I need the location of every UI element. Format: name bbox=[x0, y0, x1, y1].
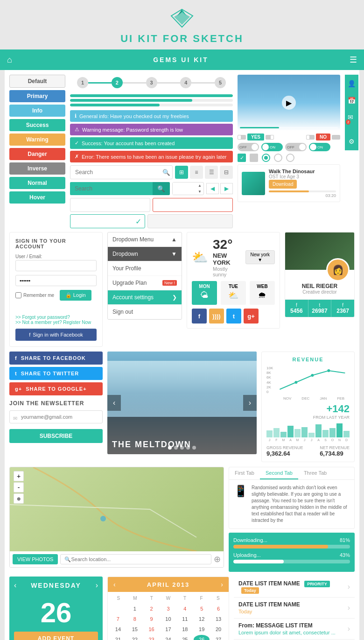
cal-day-27[interactable]: 27 bbox=[210, 635, 226, 640]
no-button[interactable]: NO bbox=[306, 134, 340, 141]
social-gplus[interactable]: g+ bbox=[244, 309, 259, 324]
social-rss[interactable]: )))) bbox=[209, 309, 224, 324]
user-input[interactable] bbox=[15, 260, 97, 271]
calendar-icon[interactable]: 📅 bbox=[345, 94, 358, 107]
cal-day-17[interactable]: 17 bbox=[161, 625, 176, 634]
cal-day-11[interactable]: 11 bbox=[177, 614, 193, 624]
dot-5[interactable] bbox=[192, 446, 196, 450]
share-twitter[interactable]: t SHARE TO TWITTER bbox=[9, 367, 103, 380]
cal-next[interactable]: › bbox=[96, 581, 98, 590]
cal-day-13[interactable]: 13 bbox=[210, 614, 226, 624]
register-link[interactable]: >> Not a member yet? Register Now bbox=[15, 320, 91, 325]
btn-primary[interactable]: Primary bbox=[9, 90, 65, 102]
settings-icon[interactable]: ⚙ bbox=[346, 135, 357, 148]
dropdown-item-3[interactable]: Upgrade Plan New ! bbox=[108, 276, 182, 290]
password-input[interactable] bbox=[15, 275, 97, 286]
btn-danger[interactable]: Danger bbox=[9, 148, 65, 160]
dot-1[interactable] bbox=[168, 446, 172, 450]
cal-day-23[interactable]: 23 bbox=[144, 635, 160, 640]
btn-success[interactable]: Success bbox=[9, 119, 65, 131]
video-player[interactable]: ▶ bbox=[238, 75, 340, 131]
dot-3[interactable] bbox=[180, 446, 184, 450]
dropdown-item-4[interactable]: Account settings ❯ bbox=[108, 290, 182, 305]
radio-checked[interactable] bbox=[262, 154, 270, 162]
cal-day-9[interactable]: 9 bbox=[144, 614, 160, 624]
btn-normal[interactable]: Normal bbox=[9, 177, 65, 189]
cal-day-21[interactable]: 21 bbox=[110, 635, 126, 640]
dot-4[interactable] bbox=[186, 446, 190, 450]
compact-view[interactable]: ⊟ bbox=[220, 166, 233, 179]
cal-day-2[interactable]: 2 bbox=[144, 604, 160, 613]
cal-day-8[interactable]: 8 bbox=[127, 614, 143, 624]
cal-day-22[interactable]: 22 bbox=[127, 635, 143, 640]
month-prev[interactable]: ‹ bbox=[113, 581, 116, 588]
toggle-on-1[interactable]: ON bbox=[261, 143, 283, 151]
cal-day-24[interactable]: 24 bbox=[161, 635, 176, 640]
btn-hover[interactable]: Hover bbox=[9, 191, 65, 204]
dropdown-item-2[interactable]: Your Profile bbox=[108, 261, 182, 276]
radio-unchecked2[interactable] bbox=[286, 154, 294, 162]
toggle-off-2[interactable]: OFF bbox=[285, 143, 307, 151]
slider-prev[interactable]: ‹ bbox=[107, 395, 121, 411]
cal-day-16[interactable]: 16 bbox=[144, 625, 160, 634]
slider-next[interactable]: › bbox=[243, 395, 257, 411]
cal-day-3[interactable]: 3 bbox=[161, 604, 176, 613]
cal-day-26[interactable]: 26 bbox=[194, 635, 210, 640]
menu-icon[interactable]: ☰ bbox=[350, 55, 357, 65]
btn-default[interactable]: Default bbox=[9, 75, 65, 88]
view-photos-btn[interactable]: VIEW PHOTOS bbox=[13, 554, 58, 564]
mail-icon[interactable]: ✉2 bbox=[345, 111, 358, 131]
next-arrow[interactable]: ▶ bbox=[220, 183, 233, 194]
list-item-1[interactable]: DATE LIST ITEM NAME PRIORITY Today › bbox=[234, 577, 355, 598]
number-up[interactable]: ▲ bbox=[196, 183, 203, 189]
share-googleplus[interactable]: g+ SHARE TO GOOGLE+ bbox=[9, 382, 103, 395]
tab-three[interactable]: Three Tab bbox=[298, 467, 332, 479]
cal-day-4[interactable]: 4 bbox=[177, 604, 193, 613]
success-input[interactable]: Success bbox=[70, 214, 145, 228]
month-next[interactable]: › bbox=[221, 581, 223, 588]
cal-day-12[interactable]: 12 bbox=[194, 614, 210, 624]
share-facebook[interactable]: f SHARE TO FACEBOOK bbox=[9, 352, 103, 365]
btn-inverse[interactable]: Inverse bbox=[9, 162, 65, 175]
cal-prev[interactable]: ‹ bbox=[14, 581, 16, 590]
detail-view[interactable]: ☰ bbox=[205, 166, 218, 179]
tab-first[interactable]: First Tab bbox=[229, 467, 260, 479]
remember-checkbox[interactable] bbox=[15, 292, 21, 298]
cal-day-7[interactable]: 7 bbox=[110, 614, 126, 624]
login-button[interactable]: 🔒 Login bbox=[60, 290, 91, 301]
cal-day-10[interactable]: 10 bbox=[161, 614, 176, 624]
grid-view[interactable]: ⊞ bbox=[175, 166, 188, 179]
newsletter-input[interactable] bbox=[9, 410, 103, 423]
dropdown-item-1[interactable]: Dropdown ▼ bbox=[108, 247, 182, 261]
cal-day-6[interactable]: 6 bbox=[210, 604, 226, 613]
yes-button[interactable]: YES bbox=[238, 134, 274, 141]
cal-day-15[interactable]: 15 bbox=[127, 625, 143, 634]
search-btn-teal[interactable]: 🔍 bbox=[153, 182, 170, 195]
inactive-input[interactable]: Inactive bbox=[70, 198, 150, 212]
btn-warning[interactable]: Warning bbox=[9, 134, 65, 146]
prev-arrow[interactable]: ◀ bbox=[206, 183, 219, 194]
cal-day-18[interactable]: 18 bbox=[177, 625, 193, 634]
list-view[interactable]: ≡ bbox=[190, 166, 203, 179]
cal-day-25[interactable]: 25 bbox=[177, 635, 193, 640]
forgot-link[interactable]: >> Forgot your password? bbox=[15, 315, 70, 320]
cal-day-5[interactable]: 5 bbox=[194, 604, 210, 613]
play-button[interactable]: ▶ bbox=[282, 96, 296, 110]
toggle-off-1[interactable]: OFF bbox=[238, 143, 259, 151]
home-icon[interactable]: ⌂ bbox=[7, 55, 12, 65]
dot-2[interactable] bbox=[174, 446, 178, 450]
cal-day-20[interactable]: 20 bbox=[210, 625, 226, 634]
cal-day-14[interactable]: 14 bbox=[110, 625, 126, 634]
number-down[interactable]: ▼ bbox=[196, 189, 203, 195]
search-input-1[interactable]: 🔍 bbox=[70, 165, 173, 179]
list-item-3[interactable]: From: MESSAGE LIST ITEM Lorem ipsum dolo… bbox=[234, 619, 355, 640]
radio-unchecked[interactable] bbox=[274, 154, 282, 162]
toggle-on-2[interactable]: ON bbox=[309, 143, 330, 151]
social-twitter[interactable]: t bbox=[226, 309, 241, 324]
map-search-input[interactable] bbox=[71, 556, 207, 562]
user-icon[interactable]: 👤 bbox=[345, 77, 358, 90]
list-item-2[interactable]: DATE LIST ITEM NAME Today › bbox=[234, 598, 355, 619]
download-btn[interactable]: Download bbox=[269, 180, 297, 189]
weather-location[interactable]: New york ▼ bbox=[245, 250, 275, 264]
btn-info[interactable]: Info bbox=[9, 105, 65, 117]
